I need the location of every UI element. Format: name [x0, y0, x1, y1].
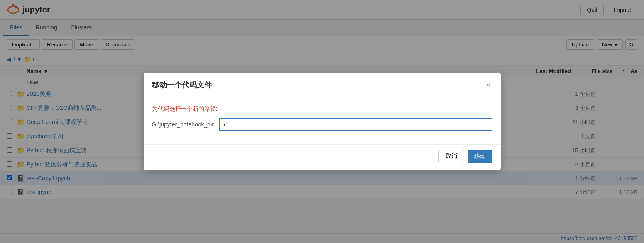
- modal-body: 为代码选择一个新的路径: G:\jupyter_notebook_dir: [144, 97, 501, 144]
- modal-footer: 取消 移动: [144, 144, 501, 170]
- modal-path-prefix: G:\jupyter_notebook_dir: [152, 121, 214, 128]
- modal-overlay: 移动一个代码文件 × 为代码选择一个新的路径: G:\jupyter_noteb…: [0, 0, 644, 199]
- cancel-button[interactable]: 取消: [438, 150, 464, 163]
- modal-label: 为代码选择一个新的路径:: [152, 105, 492, 113]
- modal-header: 移动一个代码文件 ×: [144, 73, 501, 97]
- modal-path-input[interactable]: [219, 118, 492, 131]
- modal-path-row: G:\jupyter_notebook_dir: [152, 118, 492, 131]
- move-modal: 移动一个代码文件 × 为代码选择一个新的路径: G:\jupyter_noteb…: [144, 73, 501, 170]
- modal-title: 移动一个代码文件: [152, 80, 212, 90]
- modal-close-button[interactable]: ×: [485, 81, 492, 90]
- move-confirm-button[interactable]: 移动: [468, 150, 492, 163]
